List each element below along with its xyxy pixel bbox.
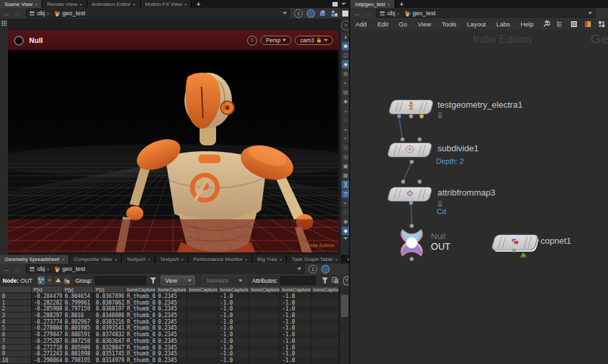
character-picker-icon[interactable] [330, 9, 338, 17]
menu-go[interactable]: Go [393, 20, 412, 28]
path-dropdown-icon[interactable] [588, 12, 592, 15]
tree-view-icon[interactable] [556, 20, 564, 28]
spreadsheet-row[interactable]: 3-0.2882970.80160.0348886R_thumb_020.234… [0, 312, 350, 319]
tab-task-graph-table[interactable]: Task Graph Table▾ [287, 255, 342, 264]
output-dot[interactable] [397, 114, 401, 118]
new-tab-button[interactable]: + [395, 0, 408, 8]
detail-mode-icon[interactable] [63, 276, 70, 285]
column-header[interactable]: P[x] [32, 287, 63, 293]
menu-add[interactable]: Add [350, 20, 372, 28]
tab-menu-icon[interactable]: ▾ [184, 2, 186, 7]
forward-arrow-button[interactable]: → [364, 10, 371, 17]
tab-menu-icon[interactable]: ▾ [388, 2, 390, 7]
column-header[interactable]: P[z] [94, 287, 125, 293]
locked-flag-icon[interactable] [437, 200, 443, 207]
breadcrumb-root[interactable]: obj› [377, 10, 402, 17]
menu-edit[interactable]: Edit [372, 20, 393, 28]
pane-grip-icon[interactable] [1, 20, 7, 26]
column-header[interactable]: boneCapture w[ [156, 287, 187, 293]
copy-values-icon[interactable] [332, 277, 339, 285]
row-number-header[interactable] [0, 287, 32, 293]
tab--obj-geo-test[interactable]: /obj/geo_test▾ [350, 0, 395, 8]
pane-divider[interactable] [349, 0, 350, 364]
intrinsics-dropdown[interactable]: Intrinsics [202, 275, 245, 285]
locked-flag-icon[interactable] [437, 112, 443, 119]
projection-selector[interactable]: Persp [260, 36, 291, 45]
camera-selector[interactable]: cam3 🔓 [295, 36, 333, 45]
tab-menu-icon[interactable]: ▾ [35, 2, 37, 7]
spreadsheet-row[interactable]: 9-0.2712430.8019980.0351745R_thumb_020.2… [0, 351, 350, 357]
tab-textport[interactable]: Textport▾ [155, 255, 188, 264]
breadcrumb-root[interactable]: obj› [26, 266, 52, 273]
tab-menu-icon[interactable]: ▾ [280, 257, 282, 262]
output-dot[interactable] [420, 114, 424, 118]
tab-menu-icon[interactable]: ▾ [62, 257, 64, 262]
node-subdivide[interactable] [387, 143, 433, 157]
template-flag-icon[interactable] [519, 251, 527, 258]
node-title[interactable]: copnet1 [541, 236, 571, 246]
pane-maximize-icon[interactable] [332, 2, 338, 7]
input-dot[interactable] [418, 137, 422, 141]
pane-menu-icon[interactable] [341, 3, 346, 5]
output-dot[interactable] [410, 160, 414, 164]
node-title[interactable]: OUT [431, 241, 451, 252]
spreadsheet-row[interactable]: 4-0.2737740.8029670.0383216R_thumb_020.2… [0, 319, 350, 326]
pin-toggle-icon[interactable] [321, 265, 330, 273]
primitives-mode-icon[interactable] [54, 276, 61, 285]
tab-motion-fx-view[interactable]: Motion FX View▾ [141, 0, 192, 8]
spreadsheet-row[interactable]: 2-0.2859080.7971590.0368197R_thumb_020.2… [0, 306, 350, 312]
toolbar-overflow-icon[interactable] [343, 237, 348, 240]
column-header[interactable]: boneCapture re [125, 287, 156, 293]
column-header[interactable]: boneCapture w[ [218, 287, 249, 293]
spreadsheet-row[interactable]: 10-0.2900640.7981950.0314979R_thumb_020.… [0, 357, 350, 364]
node-out-null[interactable] [395, 228, 429, 258]
column-header[interactable]: boneCapture re [187, 287, 218, 293]
path-field[interactable]: obj› geo_test [26, 264, 305, 273]
column-header[interactable]: boneCapture w[ [280, 287, 311, 293]
group-filter-icon[interactable] [149, 277, 157, 285]
spreadsheet-row[interactable]: 6-0.2798470.8065910.0374832R_thumb_020.2… [0, 332, 350, 338]
tab-textport[interactable]: Textport▾ [122, 255, 155, 264]
back-arrow-button[interactable]: ← [354, 10, 361, 17]
list-view-icon[interactable] [570, 20, 578, 28]
column-header[interactable]: P[y] [63, 287, 94, 293]
snapshot-icon[interactable] [319, 9, 326, 17]
tab-menu-icon[interactable]: ▾ [181, 257, 183, 262]
node-testgeometry[interactable] [388, 100, 434, 114]
scene-3d-view[interactable] [8, 50, 338, 252]
input-dot[interactable] [418, 180, 422, 184]
path-field[interactable]: obj› geo_test [376, 9, 595, 18]
tab-menu-icon[interactable]: ▾ [114, 257, 116, 262]
layout-grid-icon-b[interactable] [597, 20, 605, 28]
breadcrumb-node[interactable]: geo_test [52, 10, 88, 17]
forward-arrow-button[interactable]: → [14, 10, 21, 17]
column-header[interactable]: boneCapture re [311, 287, 339, 293]
node-attribfrommap[interactable] [387, 187, 433, 201]
forward-arrow-button[interactable]: → [14, 266, 21, 273]
pin-toggle-icon[interactable] [307, 9, 315, 18]
menu-tools[interactable]: Tools [436, 20, 461, 28]
attributes-input[interactable] [280, 276, 316, 285]
menu-view[interactable]: View [412, 20, 436, 28]
back-arrow-button[interactable]: ← [3, 10, 11, 17]
tab-animation-editor[interactable]: Animation Editor▾ [87, 0, 141, 8]
spreadsheet-row[interactable]: 5-0.2780040.8019850.0393541R_thumb_020.2… [0, 325, 350, 332]
scrollbar-thumb[interactable] [341, 295, 348, 317]
input-dot[interactable] [401, 180, 405, 184]
breadcrumb-node[interactable]: geo_test [402, 10, 438, 17]
node-title[interactable]: attribfrommap3 [437, 188, 495, 198]
back-arrow-button[interactable]: ← [3, 266, 11, 273]
column-header[interactable]: boneCapture re [249, 287, 280, 293]
output-dot[interactable] [409, 114, 413, 118]
view-dropdown[interactable]: View [161, 275, 195, 285]
path-dropdown-icon[interactable] [297, 268, 301, 270]
breadcrumb-node[interactable]: geo_test [52, 266, 88, 272]
spreadsheet-row[interactable]: 7-0.2752870.8072580.0363647R_thumb_020.2… [0, 338, 350, 345]
tab-menu-icon[interactable]: ▾ [335, 257, 337, 262]
tab-scene-view[interactable]: Scene View▾ [0, 0, 42, 8]
link-number-badge[interactable]: 1 [294, 9, 303, 18]
spreadsheet-row[interactable]: 0-0.2844790.8046540.0367896R_thumb_020.2… [0, 293, 350, 300]
vertices-mode-icon[interactable] [46, 276, 54, 285]
menu-help[interactable]: Help [515, 20, 539, 28]
breadcrumb-root[interactable]: obj› [26, 10, 52, 17]
